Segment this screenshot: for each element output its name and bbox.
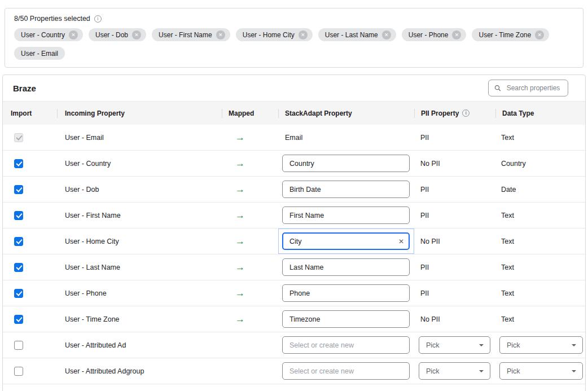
chevron-down-icon [479, 370, 484, 372]
incoming-property-label: User - Dob [65, 186, 99, 194]
mapped-arrow-icon: → [235, 210, 245, 220]
property-chip: User - First Name✕ [152, 28, 230, 41]
incoming-property-label: User - Email [65, 134, 104, 142]
data-type-value: Text [501, 315, 514, 323]
search-input[interactable] [506, 84, 562, 93]
column-header-label: Import [11, 109, 32, 117]
property-chip: User - Phone✕ [402, 28, 467, 41]
chevron-down-icon [572, 344, 576, 346]
pii-property-value: PII [420, 263, 429, 271]
mapped-arrow-icon: → [235, 133, 245, 142]
incoming-property-label: User - First Name [65, 212, 121, 219]
column-header-incoming-property: Incoming Property [57, 102, 222, 125]
selection-bar: 8/50 Properties selected i User - Countr… [5, 8, 583, 68]
card-title: Braze [13, 84, 36, 93]
property-chip: User - Country✕ [14, 28, 83, 41]
table-header: Braze [3, 75, 585, 101]
table-row: User - Home City → ✕ No PII Text [3, 229, 585, 254]
data-type-dropdown-label: Pick [507, 367, 520, 375]
mapped-arrow-icon: → [235, 288, 245, 298]
table-row: User - Dob → PII Date [3, 177, 585, 203]
import-checkbox[interactable] [14, 289, 23, 298]
import-checkbox[interactable] [14, 237, 23, 246]
pii-property-dropdown[interactable]: Pick [419, 336, 490, 354]
stackadapt-property-input[interactable] [282, 310, 410, 328]
table-body: User - Email → Email PII Text User - Cou… [3, 125, 585, 384]
chip-label: User - Email [21, 50, 58, 58]
import-checkbox[interactable] [14, 185, 23, 194]
mapped-arrow-icon: → [235, 314, 245, 324]
stackadapt-property-input[interactable] [282, 258, 410, 276]
column-header-label: Mapped [229, 109, 254, 117]
chevron-down-icon [479, 344, 484, 346]
stackadapt-property-input[interactable] [282, 207, 410, 224]
import-checkbox[interactable] [14, 315, 23, 324]
chip-remove-icon[interactable]: ✕ [132, 30, 141, 39]
import-checkbox[interactable] [14, 159, 23, 168]
stackadapt-property-input[interactable] [282, 336, 410, 354]
chip-remove-icon[interactable]: ✕ [382, 30, 391, 39]
data-type-dropdown-label: Pick [507, 341, 520, 349]
info-icon[interactable]: i [94, 15, 102, 23]
chip-label: User - Last Name [325, 31, 378, 39]
import-checkbox[interactable] [14, 211, 23, 220]
incoming-property-label: User - Time Zone [65, 315, 120, 323]
pii-property-value: PII [420, 134, 429, 142]
incoming-property-label: User - Phone [65, 289, 107, 297]
column-header-mapped: Mapped [222, 102, 278, 125]
stackadapt-property-input[interactable] [282, 181, 410, 198]
pii-dropdown-label: Pick [426, 341, 440, 349]
data-type-value: Country [501, 160, 526, 168]
search-box[interactable] [488, 80, 568, 96]
chip-label: User - First Name [159, 31, 212, 39]
mapping-table-card: Braze ImportIncoming PropertyMappedStack… [2, 74, 586, 391]
table-row: User - First Name → PII Text [3, 203, 585, 229]
column-header-label: StackAdapt Property [285, 109, 352, 117]
import-checkbox[interactable] [14, 263, 23, 272]
property-chip: User - Home City✕ [236, 28, 313, 41]
data-type-value: Text [501, 134, 514, 142]
column-header-import: Import [3, 102, 57, 125]
table-footer: 1–10 of 52 [3, 384, 585, 391]
chip-remove-icon[interactable]: ✕ [535, 30, 544, 39]
import-checkbox[interactable] [14, 367, 23, 376]
clear-input-icon[interactable]: ✕ [398, 238, 404, 245]
stackadapt-property-input[interactable] [282, 284, 410, 302]
data-type-dropdown[interactable]: Pick [499, 336, 583, 354]
column-header-label: Incoming Property [65, 109, 125, 117]
pii-property-value: No PII [420, 315, 440, 323]
chip-remove-icon[interactable]: ✕ [216, 30, 225, 39]
chip-remove-icon[interactable]: ✕ [452, 30, 461, 39]
table-row: User - Phone → PII Text [3, 280, 585, 306]
stackadapt-property-value: Email [285, 134, 302, 142]
table-row: User - Email → Email PII Text [3, 125, 585, 151]
pii-property-value: PII [420, 289, 429, 297]
import-checkbox[interactable] [14, 341, 23, 350]
chip-label: User - Dob [95, 31, 128, 39]
column-header-label: Data Type [502, 109, 534, 117]
data-type-dropdown[interactable]: Pick [499, 362, 583, 380]
mapped-arrow-icon: → [235, 184, 245, 194]
data-type-value: Text [501, 289, 514, 297]
pii-property-value: No PII [420, 160, 440, 168]
chip-label: User - Time Zone [479, 31, 531, 39]
chip-label: User - Home City [243, 31, 295, 39]
pii-property-dropdown[interactable]: Pick [419, 362, 490, 380]
import-checkbox[interactable] [14, 133, 23, 142]
incoming-property-label: User - Attributed Ad [65, 341, 126, 349]
chip-remove-icon[interactable]: ✕ [299, 30, 308, 39]
chip-remove-icon[interactable]: ✕ [69, 30, 78, 39]
property-chip: User - Time Zone✕ [472, 28, 549, 41]
mapped-arrow-icon: → [235, 236, 245, 246]
incoming-property-label: User - Last Name [65, 263, 120, 271]
pii-property-value: No PII [420, 238, 440, 245]
stackadapt-property-input[interactable] [282, 232, 410, 250]
search-icon [494, 84, 501, 92]
stackadapt-property-input[interactable] [282, 155, 410, 172]
chip-label: User - Country [21, 31, 65, 39]
chevron-down-icon [572, 370, 576, 372]
table-row: User - Time Zone → No PII Text [3, 306, 585, 332]
stackadapt-property-input[interactable] [282, 362, 410, 380]
info-icon[interactable]: i [462, 109, 469, 117]
table-row: User - Attributed Ad Pick Pick [3, 332, 585, 358]
